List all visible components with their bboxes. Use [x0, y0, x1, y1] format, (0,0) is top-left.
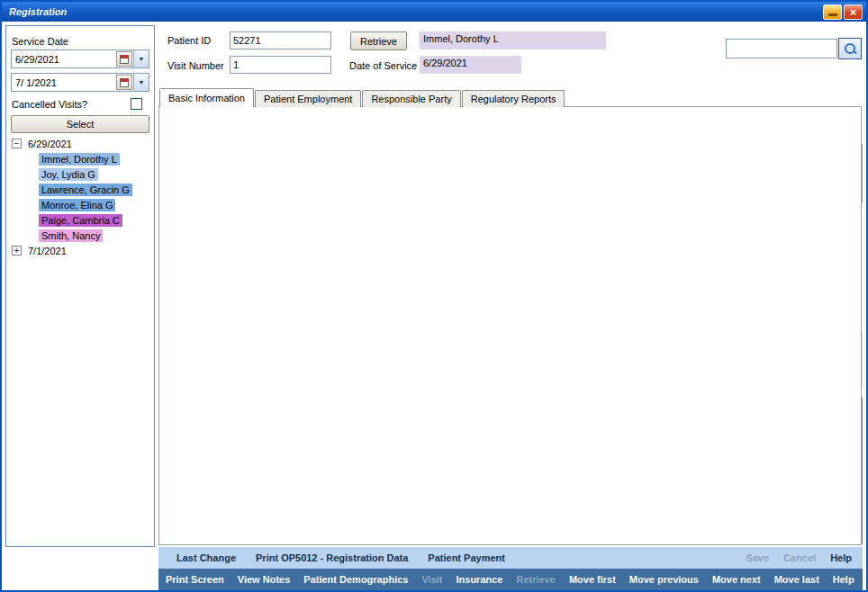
tab-patient-employment[interactable]: Patient Employment — [255, 90, 361, 107]
move-previous-button[interactable]: Move previous — [629, 574, 699, 585]
cancel-button[interactable]: Cancel — [783, 552, 816, 563]
date-of-service-field: 6/29/2021 — [420, 56, 521, 74]
patient-name-label: Monroe, Elina G — [39, 199, 115, 211]
patient-demographics-button[interactable]: Patient Demographics — [303, 574, 408, 585]
tree-date-label: 6/29/2021 — [25, 138, 75, 150]
patient-name-label: Lawrence, Gracin G — [39, 184, 132, 196]
tree-patient-item[interactable]: Lawrence, Gracin G — [10, 182, 152, 197]
tab-responsible-party[interactable]: Responsible Party — [362, 90, 460, 107]
tab-strip: Basic Information Patient Employment Res… — [159, 88, 565, 107]
insurance-button[interactable]: Insurance — [456, 574, 502, 585]
tree-date-node[interactable]: − 6/29/2021 — [10, 136, 152, 151]
patient-name-label: Paige, Cambria C — [39, 214, 122, 227]
service-date-to-picker[interactable]: 7/ 1/2021 ▼ — [11, 73, 149, 92]
service-date-from-picker[interactable]: 6/29/2021 ▼ — [11, 49, 149, 68]
move-last-button[interactable]: Move last — [774, 574, 819, 585]
search-icon — [845, 43, 856, 55]
service-date-from-value: 6/29/2021 — [12, 54, 116, 65]
patient-name-label: Joy, Lydia G — [39, 168, 98, 181]
basic-information-panel — [158, 106, 862, 545]
cancelled-visits-label: Cancelled Visits? — [12, 99, 87, 111]
navigation-bar: Print Screen View Notes Patient Demograp… — [158, 569, 863, 590]
minimize-icon — [828, 13, 837, 16]
patient-id-label: Patient ID — [167, 35, 211, 47]
tree-patient-item[interactable]: Joy, Lydia G — [10, 166, 152, 182]
help-button[interactable]: Help — [830, 552, 852, 563]
print-screen-button[interactable]: Print Screen — [166, 574, 224, 585]
chevron-down-icon[interactable]: ▼ — [133, 74, 149, 91]
minimize-button[interactable] — [823, 4, 842, 20]
select-button[interactable]: Select — [11, 115, 149, 133]
chevron-down-icon[interactable]: ▼ — [133, 50, 149, 67]
tree-date-label: 7/1/2021 — [25, 245, 69, 257]
help-nav-button[interactable]: Help — [833, 574, 854, 585]
service-date-label: Service Date — [12, 36, 68, 48]
last-change-button[interactable]: Last Change — [176, 552, 236, 563]
close-button[interactable]: × — [844, 4, 863, 20]
view-notes-button[interactable]: View Notes — [238, 574, 291, 585]
search-button[interactable] — [838, 38, 862, 59]
collapse-icon[interactable]: − — [12, 139, 22, 148]
expand-icon[interactable]: + — [12, 246, 22, 256]
calendar-icon[interactable] — [116, 75, 132, 90]
title-bar: Registration × — [2, 2, 866, 22]
save-button[interactable]: Save — [746, 552, 769, 563]
calendar-icon[interactable] — [116, 51, 132, 67]
visit-number-label: Visit Number — [167, 60, 224, 72]
patient-name-label: Immel, Dorothy L — [39, 153, 120, 166]
move-first-button[interactable]: Move first — [569, 574, 616, 585]
date-of-service-label: Date of Service — [349, 60, 417, 72]
patient-name-field: Immel, Dorothy L — [420, 31, 606, 49]
tree-patient-item[interactable]: Paige, Cambria C — [10, 212, 152, 228]
search-input[interactable] — [726, 39, 837, 58]
service-date-to-value: 7/ 1/2021 — [12, 77, 116, 88]
retrieve-button[interactable]: Retrieve — [350, 31, 407, 50]
tree-patient-item[interactable]: Immel, Dorothy L — [10, 151, 152, 166]
patient-id-input[interactable] — [230, 31, 331, 49]
schedule-panel: Service Date 6/29/2021 ▼ 7/ 1/2021 ▼ Can… — [5, 25, 155, 547]
tab-basic-information[interactable]: Basic Information — [159, 88, 254, 107]
cancelled-visits-checkbox[interactable] — [131, 98, 142, 110]
retrieve-nav-button[interactable]: Retrieve — [516, 574, 555, 585]
tree-patient-item[interactable]: Monroe, Elina G — [10, 197, 152, 212]
window-title: Registration — [9, 6, 67, 17]
visit-button[interactable]: Visit — [421, 574, 442, 585]
print-op5012-button[interactable]: Print OP5012 - Registration Data — [256, 552, 408, 563]
tree-date-node[interactable]: + 7/1/2021 — [10, 243, 152, 258]
patient-name-label: Smith, Nancy — [39, 229, 103, 242]
tree-patient-item[interactable]: Smith, Nancy — [10, 228, 152, 243]
patient-payment-button[interactable]: Patient Payment — [428, 552, 505, 563]
move-next-button[interactable]: Move next — [712, 574, 761, 585]
visit-number-input[interactable] — [230, 56, 331, 74]
visits-tree: − 6/29/2021 Immel, Dorothy L Joy, Lydia … — [10, 136, 152, 258]
action-bar: Last Change Print OP5012 - Registration … — [158, 547, 863, 569]
tab-regulatory-reports[interactable]: Regulatory Reports — [462, 90, 565, 107]
